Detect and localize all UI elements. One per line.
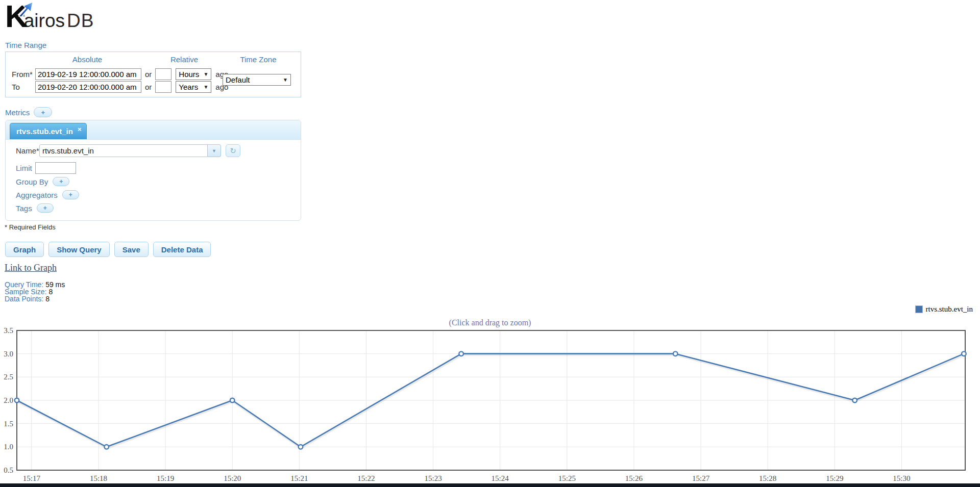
y-tick-label: 0.5 — [4, 466, 13, 474]
x-tick-label: 15:21 — [290, 474, 308, 482]
action-buttons: Graph Show Query Save Delete Data — [5, 242, 211, 257]
metric-name-dropdown-button[interactable]: ▼ — [208, 144, 221, 157]
metric-name-input[interactable] — [39, 144, 208, 157]
x-tick-label: 15:27 — [692, 474, 710, 482]
data-point-marker[interactable] — [230, 398, 235, 403]
data-point-marker[interactable] — [104, 445, 109, 449]
tags-label: Tags — [16, 204, 32, 213]
y-tick-label: 1.5 — [4, 420, 13, 428]
data-point-marker[interactable] — [459, 351, 463, 356]
metric-name-label: Name* — [16, 146, 39, 155]
x-tick-label: 15:17 — [23, 474, 41, 482]
time-range-panel: Absolute Relative Time Zone From* or Hou… — [5, 52, 301, 97]
x-tick-label: 15:18 — [90, 474, 107, 482]
from-unit-select[interactable]: Hours▼ — [176, 68, 211, 80]
y-tick-label: 3.5 — [4, 326, 13, 335]
query-stats: Query Time: 59 ms Sample Size: 8 Data Po… — [5, 281, 65, 302]
x-tick-label: 15:24 — [492, 474, 509, 482]
bottom-bar — [0, 483, 980, 487]
to-or-text: or — [145, 83, 152, 91]
data-point-marker[interactable] — [962, 351, 966, 356]
x-tick-label: 15:25 — [558, 474, 576, 482]
x-tick-label: 15:22 — [357, 474, 375, 482]
to-relative-input[interactable] — [155, 81, 172, 93]
x-tick-label: 15:29 — [826, 474, 843, 482]
data-point-marker[interactable] — [673, 351, 678, 356]
limit-label: Limit — [16, 164, 35, 172]
add-metric-button[interactable]: + — [34, 107, 52, 117]
x-tick-label: 15:20 — [224, 474, 241, 482]
kairosdb-logo: K airos DB — [5, 2, 94, 33]
save-button[interactable]: Save — [114, 242, 149, 257]
data-point-marker[interactable] — [299, 445, 303, 449]
logo-k-letter: K — [5, 2, 27, 31]
select-caret-icon: ▼ — [203, 71, 208, 77]
link-to-graph[interactable]: Link to Graph — [5, 263, 57, 273]
metric-tab-close-icon[interactable]: × — [78, 126, 82, 133]
y-tick-label: 3.0 — [4, 350, 13, 358]
x-tick-label: 15:30 — [893, 474, 910, 482]
from-label: From* — [12, 70, 35, 79]
to-row: To or Years▼ ago — [12, 81, 228, 93]
from-relative-input[interactable] — [155, 68, 172, 80]
logo-db-text: DB — [67, 10, 94, 32]
from-row: From* or Hours▼ ago — [12, 68, 228, 80]
add-aggregator-button[interactable]: + — [62, 190, 79, 199]
limit-input[interactable] — [35, 162, 76, 174]
absolute-column-header: Absolute — [36, 55, 138, 64]
timezone-select[interactable]: Default▼ — [223, 74, 291, 86]
graph-button[interactable]: Graph — [5, 242, 44, 257]
from-or-text: or — [145, 70, 152, 79]
x-tick-label: 15:23 — [424, 474, 442, 482]
from-absolute-input[interactable] — [35, 68, 141, 80]
timezone-column-header: Time Zone — [220, 55, 297, 64]
kairosdb-page: K airos DB Time Range Absolute Relative … — [0, 0, 980, 487]
metric-name-refresh-button[interactable]: ↻ — [226, 144, 240, 157]
metric-panel: rtvs.stub.evt_in × Name* ▼ ↻ Limit Group… — [5, 120, 301, 221]
metric-tab-label: rtvs.stub.evt_in — [16, 127, 73, 136]
y-tick-label: 1.0 — [4, 443, 13, 451]
y-tick-label: 2.0 — [4, 396, 13, 404]
metric-tab[interactable]: rtvs.stub.evt_in × — [10, 123, 87, 139]
required-fields-note: * Required Fields — [5, 223, 56, 231]
to-unit-select[interactable]: Years▼ — [176, 81, 211, 93]
x-tick-label: 15:28 — [759, 474, 776, 482]
logo-arrow-icon — [17, 1, 35, 19]
select-caret-icon: ▼ — [203, 84, 208, 90]
group-by-label: Group By — [16, 177, 48, 186]
aggregators-label: Aggregators — [16, 191, 58, 199]
x-tick-label: 15:26 — [625, 474, 643, 482]
show-query-button[interactable]: Show Query — [48, 242, 110, 257]
select-caret-icon: ▼ — [283, 77, 288, 83]
add-group-by-button[interactable]: + — [53, 177, 69, 186]
y-tick-label: 2.5 — [4, 373, 13, 381]
data-point-marker[interactable] — [852, 398, 857, 403]
timeseries-chart[interactable]: 0.51.01.52.02.53.03.515:1715:1815:1915:2… — [0, 302, 980, 483]
x-tick-label: 15:19 — [157, 474, 174, 482]
to-label: To — [12, 83, 35, 91]
data-point-marker[interactable] — [15, 398, 19, 403]
time-range-section-label: Time Range — [5, 41, 46, 49]
delete-data-button[interactable]: Delete Data — [153, 242, 211, 257]
to-absolute-input[interactable] — [35, 81, 141, 93]
metrics-section-label: Metrics — [5, 108, 30, 117]
add-tag-button[interactable]: + — [37, 203, 54, 213]
relative-column-header: Relative — [146, 55, 223, 64]
